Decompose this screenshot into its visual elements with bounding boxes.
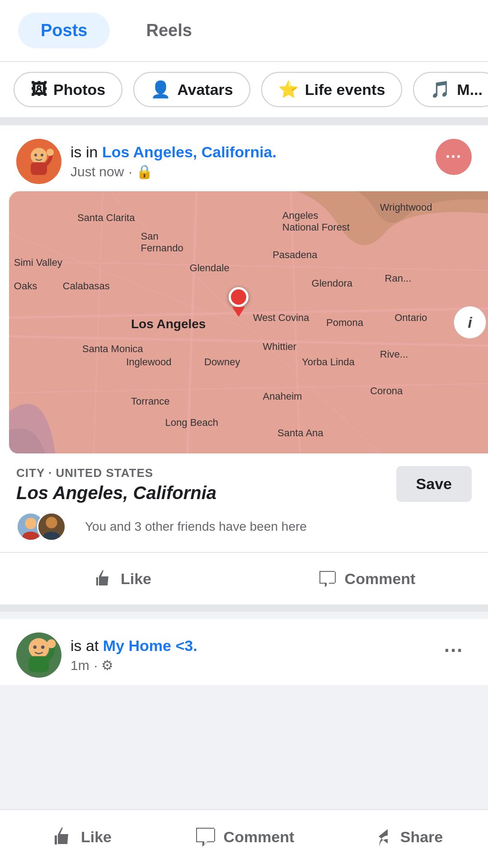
like-label-1: Like [121,570,151,588]
avatars-icon: 👤 [150,80,171,99]
svg-point-4 [47,149,54,156]
svg-point-16 [25,518,36,529]
svg-point-3 [41,154,43,156]
post-subtitle-1: Just now · 🔒 [70,164,277,179]
post-subtitle-2: 1m · ⚙ [70,657,197,673]
post-meta-1: is in Los Angeles, California. Just now … [70,143,277,179]
action-bar-1: Like Comment [0,552,488,604]
svg-point-2 [34,154,37,156]
filter-avatars[interactable]: 👤 Avatars [133,72,250,107]
location-info-1: CITY · UNITED STATES Los Angeles, Califo… [0,453,488,512]
friends-avatars-1 [16,512,66,541]
svg-point-19 [29,638,49,659]
bottom-like-button[interactable]: Like [0,818,163,855]
filter-bar: 🖼 Photos 👤 Avatars ⭐ Life events 🎵 M... [0,62,488,118]
post-meta-2: is at My Home <3. 1m · ⚙ [70,637,197,673]
bottom-action-bar: Like Comment Share [0,809,488,868]
post-header-left-2: is at My Home <3. 1m · ⚙ [16,632,197,678]
post-title-2: is at My Home <3. [70,637,197,655]
post-divider [0,604,488,612]
top-tab-bar: Posts Reels [0,0,488,62]
map-pin-tail [232,307,245,317]
post-card-2: is at My Home <3. 1m · ⚙ ··· [0,619,488,685]
post-header-left-1: is in Los Angeles, California. Just now … [16,139,277,184]
filter-life-events[interactable]: ⭐ Life events [261,72,403,107]
svg-point-22 [41,646,45,649]
filter-music-label: M... [457,81,483,99]
svg-point-0 [31,148,47,164]
friends-text-1: You and 3 other friends have been here [85,519,307,534]
filter-photos-label: Photos [53,81,105,99]
more-options-button-2[interactable]: ··· [436,632,472,669]
filter-music[interactable]: 🎵 M... [413,72,488,107]
map-info-button[interactable]: i [454,306,486,339]
bottom-share-label: Share [400,828,443,846]
svg-rect-20 [29,656,49,672]
post-timestamp-1: Just now [70,164,124,179]
thumbs-up-icon-1 [93,568,113,589]
bottom-comment-icon [194,826,216,848]
location-category-1: CITY · UNITED STATES [16,466,216,480]
tab-reels[interactable]: Reels [123,13,214,48]
photos-icon: 🖼 [31,80,47,99]
privacy-icon-2: · ⚙ [94,657,114,673]
svg-point-21 [33,646,37,649]
map-info-icon: i [468,314,472,331]
bottom-thumbs-up-icon [51,826,74,848]
save-button-1[interactable]: Save [396,466,472,502]
privacy-icon-1: · 🔒 [128,164,153,179]
post-location-text-1: is in [70,143,102,160]
bottom-share-button[interactable]: Share [325,818,488,855]
avatar-1[interactable] [16,139,61,184]
map-pin-body [229,287,249,307]
post-header-1: is in Los Angeles, California. Just now … [0,125,488,191]
filter-avatars-label: Avatars [177,81,233,99]
post-card-1: is in Los Angeles, California. Just now … [0,125,488,604]
bottom-comment-button[interactable]: Comment [163,818,325,855]
svg-rect-1 [31,162,47,175]
map-pin [229,287,249,317]
map-container-1[interactable]: Santa Clarita SanFernando Simi Valley Gl… [9,191,488,453]
like-button-1[interactable]: Like [0,557,244,600]
friends-row-1: You and 3 other friends have been here [0,512,488,552]
comment-button-1[interactable]: Comment [244,557,488,600]
music-icon: 🎵 [430,80,450,99]
post-location-text-2: is at [70,637,103,654]
more-options-button-1[interactable]: ··· [436,139,472,175]
bottom-like-label: Like [81,828,112,846]
post-location-bold-1: Los Angeles, California. [102,143,277,160]
filter-life-events-label: Life events [305,81,385,99]
post-header-2: is at My Home <3. 1m · ⚙ ··· [0,619,488,685]
svg-point-23 [47,639,56,648]
location-name-1: Los Angeles, California [16,483,216,503]
bottom-comment-label: Comment [224,828,295,846]
post-timestamp-2: 1m [70,658,89,673]
location-text-1: CITY · UNITED STATES Los Angeles, Califo… [16,466,216,503]
comment-icon-1 [317,568,338,589]
tab-posts[interactable]: Posts [18,13,110,48]
svg-point-18 [46,517,57,528]
map-red-overlay [9,191,488,453]
filter-photos[interactable]: 🖼 Photos [14,72,122,107]
section-divider [0,118,488,125]
comment-label-1: Comment [345,570,416,588]
friend-avatar-2 [37,512,66,541]
bottom-share-icon [371,826,393,848]
life-events-icon: ⭐ [278,80,299,99]
post-location-bold-2: My Home <3. [103,637,197,654]
avatar-2[interactable] [16,632,61,678]
post-title-1: is in Los Angeles, California. [70,143,277,161]
